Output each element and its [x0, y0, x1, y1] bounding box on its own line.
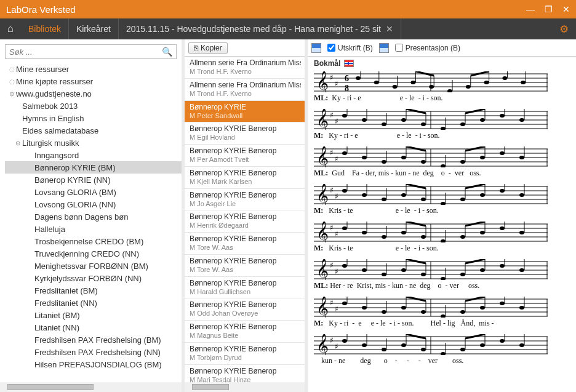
tree-item[interactable]: Bønerop KYRIE (NN) — [5, 174, 182, 186]
tree-item[interactable]: Dagens bønn Dagens bøn — [5, 210, 182, 223]
list-item[interactable]: Allmenn serie Fra Ordinarium MissM Trond… — [185, 57, 305, 79]
search-icon[interactable]: 🔍 — [162, 47, 172, 57]
svg-text:♯: ♯ — [335, 192, 338, 201]
list-item-subtitle: M Trond H.F. Kverno — [190, 90, 301, 98]
list-item[interactable]: Bønnerop KYRIE BøneropM Torbjørn Dyrud — [185, 343, 305, 365]
presentation-toggle[interactable]: Presentasjon (B) — [395, 44, 460, 52]
svg-point-218 — [480, 306, 485, 310]
list-item-subtitle: M Torbjørn Dyrud — [190, 354, 301, 362]
horizontal-scrollbar[interactable] — [0, 382, 182, 392]
tree-item[interactable]: Kyrkjelydssvar FORBØN (NN) — [5, 272, 182, 284]
svg-point-179 — [421, 273, 426, 276]
list-item[interactable]: Bønnerop KYRIE BøneropM Odd Johan Overøy… — [185, 298, 305, 321]
expand-icon[interactable]: ⊝ — [14, 140, 22, 146]
flag-icon — [344, 60, 354, 67]
svg-point-206 — [382, 310, 386, 314]
svg-point-181 — [441, 277, 446, 280]
svg-text:♯: ♯ — [330, 73, 334, 82]
svg-point-234 — [342, 339, 347, 343]
tree-item[interactable]: Fredshilsen PAX Fredshelsing (BM) — [5, 334, 182, 346]
tree-item[interactable]: Fredshilsen PAX Fredshelsing (NN) — [5, 346, 182, 358]
tree-item[interactable]: Hilsen PREFASJONSDIALOG (BM) — [5, 358, 182, 370]
layout-icon[interactable] — [379, 43, 389, 53]
tree-item[interactable]: Halleluja — [5, 223, 182, 235]
svg-point-236 — [362, 343, 367, 347]
tab-kirkeaaret[interactable]: Kirkeåret — [69, 18, 119, 39]
tree-item[interactable]: Eides salmedatabase — [5, 124, 182, 137]
staff-line: 𝄞 ♯ ♯M: Kris - te e - le - i - son. — [314, 184, 570, 218]
svg-point-30 — [521, 81, 526, 84]
expand-icon[interactable]: ◌ — [7, 66, 16, 73]
tab-bibliotek[interactable]: Bibliotek — [21, 18, 69, 39]
print-toggle[interactable]: Utskrift (B) — [327, 44, 373, 52]
close-tab-icon[interactable]: ✕ — [386, 24, 393, 34]
tree-item[interactable]: ◌Mine ressurser — [5, 63, 182, 75]
svg-point-156 — [500, 226, 505, 230]
maximize-icon[interactable]: ❐ — [545, 4, 553, 14]
horizontal-scrollbar[interactable] — [185, 382, 305, 392]
staff-line: 𝄞 ♯ ♯ kun - ne deg o - - - ver oss. — [314, 334, 570, 368]
list-item-title: Bønnerop KYRIE Bønerop — [190, 212, 301, 222]
list-item[interactable]: Bønnerop KYRIE BøneropM Mari Tesdal Hinz… — [185, 365, 305, 383]
minimize-icon[interactable]: — — [526, 4, 535, 14]
list-item[interactable]: Bønnerop KYRIE BøneropM Tore W. Aas — [185, 233, 305, 255]
list-item[interactable]: Allmenn serie Fra Ordinarium MissaM Tron… — [185, 79, 305, 101]
search-input[interactable] — [9, 47, 162, 57]
close-icon[interactable]: ✕ — [562, 4, 570, 14]
svg-text:♯: ♯ — [335, 305, 338, 313]
tree-item[interactable]: ⊝www.gudstjeneste.no — [5, 87, 182, 100]
tree-item[interactable]: Lovsong GLORIA (NN) — [5, 198, 182, 210]
tree-item[interactable]: Trosbekjennelse CREDO (BM) — [5, 235, 182, 247]
svg-point-188 — [500, 264, 505, 268]
list-item[interactable]: Bønnerop KYRIE BøneropM Henrik Ødegaard — [185, 210, 305, 233]
tree-item[interactable]: Litaniet (BM) — [5, 309, 182, 321]
tree-item[interactable]: Litaniet (NN) — [5, 321, 182, 334]
tab-document[interactable]: 2015.11.15 - Hovedgudstjeneste med dåp -… — [119, 18, 401, 39]
list-item[interactable]: Bønnerop KYRIE BøneropM Harald Gullichse… — [185, 277, 305, 299]
svg-point-76 — [362, 156, 367, 159]
tree-item[interactable]: ◌Mine kjøpte ressurser — [5, 75, 182, 87]
copy-button[interactable]: ⎘ Kopier — [188, 42, 228, 54]
list-item[interactable]: Bønnerop KYRIE BøneropM Jo Asgeir Lie — [185, 189, 305, 211]
tree-item[interactable]: ⊝Liturgisk musikk — [5, 137, 182, 149]
tree-item[interactable]: Hymns in English — [5, 112, 182, 124]
presentation-checkbox[interactable] — [395, 44, 403, 52]
list-item[interactable]: Bønnerop KYRIE BøneropM Kjell Mørk Karls… — [185, 167, 305, 189]
layout-icon[interactable] — [311, 43, 321, 53]
list-item[interactable]: Bønnerop KYRIE BøneropM Egil Hovland — [185, 122, 305, 145]
expand-icon[interactable]: ◌ — [7, 78, 16, 85]
tree-item[interactable]: Fredslitaniet (NN) — [5, 297, 182, 309]
staff-line: 𝄞 ♯ ♯ML: Gud Fa - der, mis - kun - ne de… — [314, 146, 570, 180]
expand-icon[interactable]: ⊝ — [7, 90, 16, 97]
print-checkbox[interactable] — [327, 44, 335, 52]
svg-text:♯: ♯ — [330, 186, 334, 194]
tree-item[interactable]: Truvedkjenning CREDO (NN) — [5, 247, 182, 260]
list-item[interactable]: Bønnerop KYRIE BøneropM Per Aamodt Tveit — [185, 145, 305, 167]
list-item-subtitle: M Peter Sandwall — [190, 112, 301, 121]
list-item-subtitle: M Odd Johan Overøye — [190, 310, 301, 318]
tree-item[interactable]: Menighetssvar FORBØNN (BM) — [5, 260, 182, 272]
svg-point-245 — [441, 352, 446, 355]
svg-point-174 — [382, 273, 386, 276]
copy-icon: ⎘ — [194, 44, 198, 52]
list-item[interactable]: Bønnerop KYRIE BøneropM Tore W. Aas — [185, 255, 305, 277]
svg-text:♯: ♯ — [335, 342, 338, 351]
tree-item[interactable]: Fredslitaniet (BM) — [5, 284, 182, 297]
svg-text:♯: ♯ — [335, 230, 338, 238]
tree-item[interactable]: Salmebok 2013 — [5, 100, 182, 112]
search-box[interactable]: 🔍 — [5, 44, 177, 59]
list-item[interactable]: Bønnerop KYRIEM Peter Sandwall — [185, 101, 305, 123]
svg-text:♯: ♯ — [335, 154, 338, 163]
home-icon[interactable]: ⌂ — [0, 18, 21, 39]
svg-point-87 — [460, 160, 465, 164]
list-item[interactable]: Bønnerop KYRIE BøneropM Magnus Beite — [185, 321, 305, 343]
tree-item[interactable]: Inngangsord — [5, 149, 182, 161]
staff-line: 𝄞 ♯ ♯M: Kris - te e - le - i - son. — [314, 222, 570, 255]
tree-item[interactable]: Lovsang GLORIA (BM) — [5, 186, 182, 198]
settings-icon[interactable]: ⚙ — [552, 18, 576, 39]
svg-point-108 — [362, 193, 367, 197]
svg-text:𝄞: 𝄞 — [316, 297, 329, 318]
titlebar: LabOra Verksted — ❐ ✕ — [0, 0, 576, 18]
tree-item[interactable]: Bønnerop KYRIE (BM) — [5, 161, 182, 174]
svg-point-44 — [362, 118, 367, 122]
